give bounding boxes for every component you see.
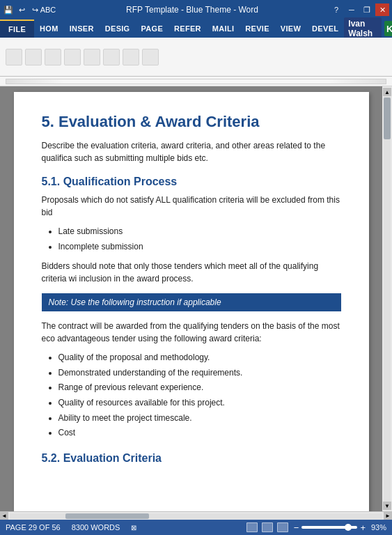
user-name[interactable]: Ivan Walsh (344, 17, 382, 40)
status-right-section: − + 93% (246, 522, 386, 533)
h-scroll-thumb[interactable] (65, 513, 149, 519)
tool-6[interactable] (103, 49, 120, 65)
ruler-body (6, 79, 386, 84)
award-body: The contract will be awarded from the qu… (42, 320, 341, 345)
tool-3[interactable] (45, 49, 61, 65)
k-badge: K (384, 21, 392, 36)
tool-4[interactable] (64, 49, 81, 65)
tool-8[interactable] (142, 49, 159, 65)
window-title: RFP Template - Blue Theme - Word (56, 5, 328, 15)
document-area: 5. Evaluation & Award Criteria Describe … (0, 86, 392, 511)
word-count: 8300 WORDS (72, 523, 120, 532)
list-item: Range of previous relevant experience. (58, 380, 341, 396)
heading-52: 5.2. Evaluation Criteria (42, 452, 341, 465)
section51-body: Proposals which do not satisfy ALL quali… (42, 194, 341, 219)
zoom-controls[interactable]: − + 93% (294, 522, 386, 533)
quick-access-toolbar[interactable]: 💾 ↩ ↪ ABC (3, 4, 54, 15)
tab-page[interactable]: PAGE (135, 20, 168, 38)
ribbon-tools (6, 49, 159, 65)
list-item: Demonstrated understanding of the requir… (58, 366, 341, 381)
document-page: 5. Evaluation & Award Criteria Describe … (14, 92, 369, 511)
zoom-minus-button[interactable]: − (294, 522, 299, 533)
note-box: Note: Use the following instruction if a… (42, 293, 341, 311)
bullet-list-1: Late submissions Incomplete submission (58, 224, 341, 254)
window-controls[interactable]: ─ ❐ ✕ (345, 3, 389, 16)
tab-desig[interactable]: DESIG (100, 20, 136, 38)
tool-7[interactable] (123, 49, 139, 65)
tab-view[interactable]: VIEW (275, 20, 306, 38)
title-bar: 💾 ↩ ↪ ABC RFP Template - Blue Theme - Wo… (0, 0, 392, 20)
tab-refer[interactable]: REFER (168, 20, 207, 38)
tab-inser[interactable]: INSER (64, 20, 100, 38)
ruler (0, 77, 392, 86)
view-btn-3[interactable] (277, 522, 288, 532)
horizontal-scrollbar[interactable]: ◄ ► (0, 511, 392, 520)
tab-devel[interactable]: DEVEL (306, 20, 344, 38)
list-item: Late submissions (58, 224, 341, 240)
list-item: Cost (58, 426, 341, 441)
list-item: Ability to meet the project timescale. (58, 411, 341, 426)
track-changes-icon[interactable]: ⊠ (131, 524, 136, 532)
vertical-scrollbar[interactable]: ▲ ▼ (382, 86, 392, 511)
scroll-left-arrow[interactable]: ◄ (0, 512, 8, 520)
spell-icon[interactable]: ABC (42, 4, 54, 15)
view-btn-1[interactable] (246, 522, 258, 532)
zoom-slider[interactable] (301, 526, 357, 529)
status-bar: PAGE 29 OF 56 8300 WORDS ⊠ − + 93% (0, 520, 392, 535)
document-scroll[interactable]: 5. Evaluation & Award Criteria Describe … (0, 86, 382, 511)
list-item: Quality of the proposal and methodology. (58, 350, 341, 366)
view-buttons[interactable] (246, 522, 288, 532)
intro-text: Describe the evaluation criteria, award … (42, 139, 341, 164)
list-item: Quality of resources available for this … (58, 396, 341, 411)
zoom-thumb[interactable] (345, 524, 352, 531)
page-info-text: PAGE 29 OF 56 (6, 523, 61, 532)
bullet-list-2: Quality of the proposal and methodology.… (58, 350, 341, 441)
tab-hom[interactable]: HOM (34, 20, 64, 38)
help-icon[interactable]: ? (331, 4, 342, 15)
page-info: PAGE 29 OF 56 (6, 523, 61, 532)
redo-icon[interactable]: ↪ (29, 4, 40, 15)
section51-body2: Bidders should note that only those tend… (42, 260, 341, 285)
zoom-plus-button[interactable]: + (360, 522, 366, 533)
zoom-percent: 93% (371, 523, 386, 532)
undo-icon[interactable]: ↩ (16, 4, 27, 15)
scroll-right-arrow[interactable]: ► (384, 512, 392, 520)
changes-symbol: ⊠ (131, 524, 136, 532)
close-button[interactable]: ✕ (375, 3, 389, 16)
list-item: Incomplete submission (58, 240, 341, 255)
word-count-text: 8300 WORDS (72, 523, 120, 532)
tool-1[interactable] (6, 49, 22, 65)
view-btn-2[interactable] (262, 522, 273, 532)
scroll-track[interactable] (384, 96, 391, 502)
tool-5[interactable] (84, 49, 100, 65)
ribbon-content (0, 38, 392, 77)
tab-file[interactable]: FILE (0, 20, 34, 38)
h-scroll-track[interactable] (10, 513, 382, 519)
restore-button[interactable]: ❐ (360, 3, 374, 16)
tab-revie[interactable]: REVIE (240, 20, 275, 38)
tool-2[interactable] (25, 49, 42, 65)
heading-51: 5.1. Qualification Process (42, 176, 341, 188)
heading-5: 5. Evaluation & Award Criteria (42, 113, 341, 131)
scroll-up-arrow[interactable]: ▲ (383, 88, 391, 96)
save-icon[interactable]: 💾 (3, 4, 14, 15)
minimize-button[interactable]: ─ (345, 3, 359, 16)
scroll-thumb[interactable] (384, 98, 391, 139)
ribbon-tab-bar: FILE HOM INSER DESIG PAGE REFER MAILI RE… (0, 20, 392, 38)
scroll-down-arrow[interactable]: ▼ (383, 502, 391, 510)
tab-maili[interactable]: MAILI (207, 20, 240, 38)
